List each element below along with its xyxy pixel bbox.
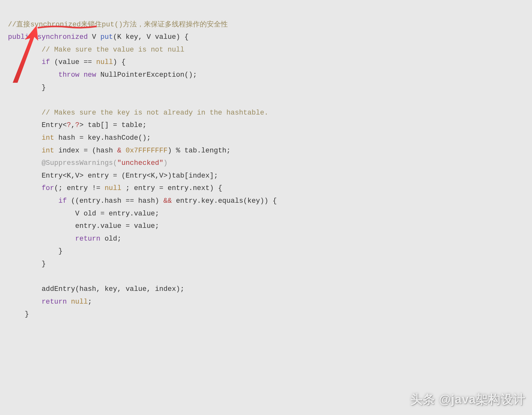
keyword-public: public — [8, 33, 33, 41]
keyword-if: if — [42, 58, 50, 66]
null-literal: null — [96, 58, 113, 66]
keyword-return: return — [42, 298, 67, 306]
comment-line: //直接synchronized来锁住put()方法，来保证多线程操作的安全性 — [8, 21, 228, 29]
type-v: V — [88, 33, 101, 41]
and-operator: && — [164, 197, 172, 205]
watermark-text: 头条 @java架构设计 — [410, 389, 526, 410]
code-block: //直接synchronized来锁住put()方法，来保证多线程操作的安全性 … — [8, 6, 524, 321]
params: (K key, V value) { — [113, 33, 189, 41]
add-entry-call: addEntry(hash, key, value, index); — [42, 285, 185, 293]
keyword-synchronized: synchronized — [37, 33, 88, 41]
annotation-suppress: @SuppressWarnings — [42, 159, 113, 167]
keyword-int: int — [42, 134, 54, 142]
keyword-for: for — [42, 184, 54, 192]
comment-value-null: // Make sure the value is not null — [42, 46, 185, 54]
keyword-if: if — [58, 197, 66, 205]
comment-hashtable: // Makes sure the key is not already in … — [42, 109, 269, 117]
string-unchecked: "unchecked" — [117, 159, 163, 167]
keyword-new: new — [84, 71, 96, 79]
keyword-int: int — [42, 147, 54, 155]
entry-decl: Entry<K,V> entry = (Entry<K,V>)tab[index… — [42, 172, 218, 180]
method-put: put — [100, 33, 113, 41]
hex-literal: 0x7FFFFFFF — [121, 147, 167, 155]
keyword-return: return — [75, 235, 100, 243]
keyword-throw: throw — [58, 71, 79, 79]
